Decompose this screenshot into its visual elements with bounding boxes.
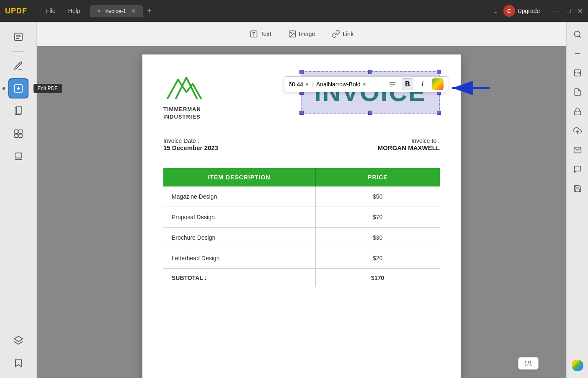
company-name: TIMMERMAN INDUSTRIES	[163, 106, 201, 121]
col-price-header: PRICE	[315, 168, 440, 186]
font-color-button[interactable]	[432, 78, 444, 90]
sidebar-item-organize[interactable]	[8, 124, 28, 144]
row1-price: $50	[315, 186, 440, 207]
invoice-date-value: 15 December 2023	[163, 144, 218, 151]
sidebar-item-pages[interactable]	[8, 101, 28, 121]
page-counter: 1/1	[518, 357, 539, 370]
handle-br[interactable]	[437, 111, 441, 115]
image-tool-label: Image	[299, 31, 315, 37]
file-menu[interactable]: File	[46, 8, 56, 14]
svg-marker-15	[14, 336, 23, 342]
invoice-meta: Invoice Date : 15 December 2023 Invoice …	[163, 137, 440, 151]
italic-button[interactable]: I	[417, 78, 428, 90]
upgrade-button[interactable]: C Upgrade	[503, 5, 540, 17]
handle-tl[interactable]	[299, 70, 304, 74]
user-avatar: C	[503, 5, 515, 17]
svg-rect-10	[19, 130, 22, 133]
sidebar-item-reader[interactable]	[8, 27, 28, 47]
app-logo: UPDF	[5, 7, 27, 16]
svg-point-31	[572, 360, 583, 371]
comment-button[interactable]	[570, 162, 585, 177]
tab-label: invoice-1	[104, 8, 126, 14]
image-tool-button[interactable]: Image	[280, 26, 324, 41]
text-tool-label: Text	[260, 31, 271, 37]
email-button[interactable]	[570, 142, 585, 158]
toolbar: T Text Image Link	[37, 22, 566, 46]
handle-bm[interactable]	[368, 111, 372, 115]
subtotal-row: SUBTOTAL : $170	[163, 269, 440, 287]
titlebar-divider	[41, 7, 41, 15]
search-right-button[interactable]	[570, 27, 585, 42]
maximize-button[interactable]: □	[567, 7, 571, 15]
row1-description: Magazine Design	[163, 186, 315, 207]
table-row: Proposal Design $70	[163, 207, 440, 228]
col-description-header: ITEM DESCRIPTION	[163, 168, 315, 186]
row3-description: Brochure Design	[163, 228, 315, 248]
share-button[interactable]	[570, 123, 585, 138]
updf-rainbow-icon[interactable]	[570, 358, 585, 373]
upgrade-label: Upgrade	[518, 8, 540, 14]
sidebar-item-bookmark[interactable]	[8, 353, 28, 373]
invoice-to-section: Invoice to : MORGAN MAXWELL	[378, 137, 440, 151]
font-toolbar: 68.44 ▼ ArialNarrow-Bold ▼ B I	[284, 76, 448, 92]
save-button[interactable]	[570, 181, 585, 196]
link-tool-button[interactable]: Link	[323, 26, 362, 41]
invoice-to-label: Invoice to :	[378, 137, 440, 144]
font-size-selector[interactable]: 68.44 ▼	[289, 81, 313, 88]
sidebar-separator	[12, 51, 25, 52]
sidebar-active-indicator	[3, 87, 5, 90]
window-controls: — □ ✕	[553, 7, 583, 15]
tab-add-icon[interactable]: +	[147, 7, 152, 16]
row3-price: $30	[315, 228, 440, 248]
row2-price: $70	[315, 207, 440, 228]
svg-rect-12	[19, 134, 22, 137]
svg-rect-13	[15, 153, 22, 158]
handle-tm[interactable]	[368, 70, 372, 74]
titlebar: UPDF File Help ▼ invoice-1 ✕ + ⌄ C Upgra…	[0, 0, 588, 22]
help-menu[interactable]: Help	[68, 8, 80, 14]
ocr-button[interactable]: OCR	[570, 65, 585, 80]
text-tool-button[interactable]: T Text	[241, 26, 280, 41]
minimize-button[interactable]: —	[553, 7, 560, 15]
company-logo: TIMMERMAN INDUSTRIES	[163, 71, 205, 121]
invoice-date-label: Invoice Date :	[163, 137, 218, 144]
font-name-dropdown-icon[interactable]: ▼	[362, 82, 366, 87]
invoice-to-value: MORGAN MAXWELL	[378, 144, 440, 151]
tab-dropdown-icon[interactable]: ▼	[97, 9, 101, 13]
sidebar-item-layers[interactable]	[8, 330, 28, 350]
bold-button[interactable]: B	[402, 78, 413, 90]
text-align-button[interactable]	[387, 78, 398, 90]
active-tab[interactable]: ▼ invoice-1 ✕	[90, 5, 143, 17]
titlebar-tabs: ▼ invoice-1 ✕ +	[90, 5, 493, 17]
close-button[interactable]: ✕	[578, 7, 583, 15]
font-size-dropdown-icon[interactable]: ▼	[305, 82, 309, 87]
table-row: Magazine Design $50	[163, 186, 440, 207]
font-name-selector[interactable]: ArialNarrow-Bold ▼	[316, 81, 383, 88]
sidebar-item-edit[interactable]: Edit PDF	[8, 78, 28, 98]
tabs-overflow-icon[interactable]: ⌄	[493, 8, 498, 14]
sidebar-item-stamp[interactable]	[8, 146, 28, 166]
svg-rect-29	[574, 111, 580, 115]
svg-text:T: T	[253, 32, 255, 36]
logo-mountain-icon	[163, 71, 205, 102]
table-header-row: ITEM DESCRIPTION PRICE	[163, 168, 440, 186]
row4-price: $20	[315, 248, 440, 269]
svg-point-19	[290, 32, 291, 33]
invoice-table: ITEM DESCRIPTION PRICE Magazine Design $…	[163, 168, 440, 287]
svg-rect-8	[16, 107, 22, 114]
table-row: Letterhead Design $20	[163, 248, 440, 269]
titlebar-menu: File Help	[46, 8, 80, 14]
zoom-out-button[interactable]	[570, 46, 585, 61]
row2-description: Proposal Design	[163, 207, 315, 228]
row4-description: Letterhead Design	[163, 248, 315, 269]
extract-button[interactable]	[570, 85, 585, 100]
handle-bl[interactable]	[299, 111, 304, 115]
pdf-area[interactable]: TIMMERMAN INDUSTRIES	[37, 46, 566, 378]
table-row: Brochure Design $30	[163, 228, 440, 248]
handle-tr[interactable]	[437, 70, 441, 74]
tab-close-icon[interactable]: ✕	[131, 8, 136, 14]
protect-button[interactable]	[570, 104, 585, 119]
sidebar-item-annotate[interactable]	[8, 56, 28, 76]
main-layout: Edit PDF	[0, 22, 588, 378]
svg-rect-11	[15, 134, 18, 137]
